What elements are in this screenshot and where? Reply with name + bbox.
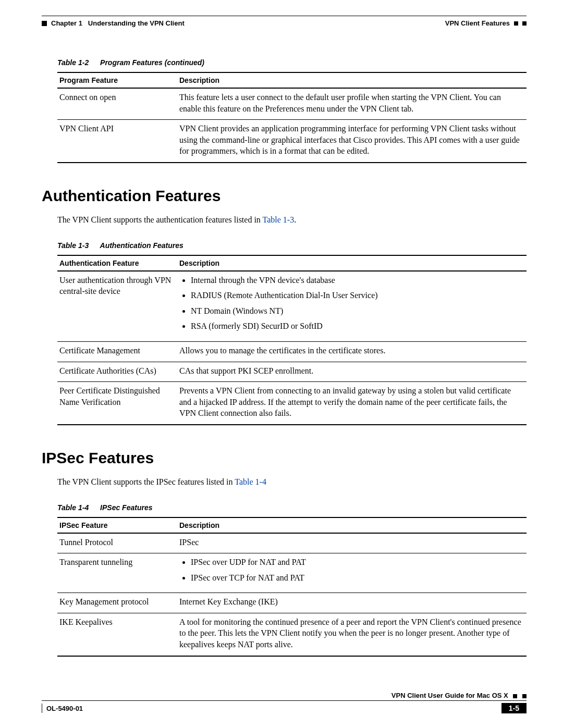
- desc-cell: Internal through the VPN device's databa…: [177, 271, 527, 342]
- xref-link[interactable]: Table 1-3: [263, 215, 295, 224]
- section-heading-auth: Authentication Features: [42, 187, 527, 205]
- feature-cell: Key Management protocol: [57, 593, 177, 613]
- section-heading-ipsec: IPSec Features: [42, 449, 527, 467]
- list-item: IPSec over UDP for NAT and PAT: [191, 557, 524, 568]
- doc-id: OL-5490-01: [46, 705, 83, 712]
- table-caption: Table 1-3 Authentication Features: [57, 241, 527, 250]
- table-row: IKE Keepalives A tool for monitoring the…: [57, 613, 527, 656]
- col-header: Description: [177, 517, 527, 533]
- table-caption: Table 1-4 IPSec Features: [57, 503, 527, 512]
- chapter-label: Chapter 1: [51, 19, 82, 27]
- col-header: Description: [177, 255, 527, 271]
- feature-cell: Tunnel Protocol: [57, 533, 177, 553]
- chapter-title: Understanding the VPN Client: [88, 19, 185, 27]
- table-row: Tunnel Protocol IPSec: [57, 533, 527, 553]
- section-intro: The VPN Client supports the IPSec featur…: [57, 476, 527, 488]
- feature-cell: Connect on open: [57, 88, 177, 120]
- table-caption: Table 1-2 Program Features (continued): [57, 58, 527, 67]
- table-row: Key Management protocol Internet Key Exc…: [57, 593, 527, 613]
- feature-cell: User authentication through VPN central-…: [57, 271, 177, 342]
- bullet-list: Internal through the VPN device's databa…: [179, 275, 524, 332]
- auth-features-table: Authentication Feature Description User …: [57, 255, 527, 425]
- feature-cell: Certificate Authorities (CAs): [57, 362, 177, 382]
- section-intro: The VPN Client supports the authenticati…: [57, 214, 527, 226]
- program-features-table: Program Feature Description Connect on o…: [57, 72, 527, 163]
- desc-cell: IPSec over UDP for NAT and PAT IPSec ove…: [177, 553, 527, 593]
- table-row: Certificate Management Allows you to man…: [57, 341, 527, 362]
- table-row: User authentication through VPN central-…: [57, 271, 527, 342]
- list-item: RSA (formerly SDI) SecurID or SoftID: [191, 320, 524, 332]
- header-marker-icon: [514, 21, 518, 26]
- feature-cell: IKE Keepalives: [57, 613, 177, 656]
- desc-cell: IPSec: [177, 533, 527, 553]
- feature-cell: VPN Client API: [57, 120, 177, 163]
- ipsec-features-table: IPSec Feature Description Tunnel Protoco…: [57, 517, 527, 657]
- page-header: Chapter 1 Understanding the VPN Client V…: [42, 19, 527, 27]
- footer-rule-icon: [42, 704, 42, 713]
- table-title: IPSec Features: [100, 503, 152, 512]
- bullet-list: IPSec over UDP for NAT and PAT IPSec ove…: [179, 557, 524, 583]
- col-header: IPSec Feature: [57, 517, 177, 533]
- desc-cell: A tool for monitoring the continued pres…: [177, 613, 527, 656]
- feature-cell: Peer Certificate Distinguished Name Veri…: [57, 382, 177, 425]
- table-title: Program Features (continued): [100, 58, 204, 67]
- list-item: NT Domain (Windows NT): [191, 305, 524, 317]
- table-row: Certificate Authorities (CAs) CAs that s…: [57, 362, 527, 382]
- page-number: 1-5: [501, 703, 527, 713]
- book-title: VPN Client User Guide for Mac OS X: [391, 692, 508, 699]
- page-footer: VPN Client User Guide for Mac OS X OL-54…: [42, 692, 527, 713]
- table-number: Table 1-2: [57, 58, 89, 67]
- table-number: Table 1-3: [57, 241, 89, 250]
- desc-cell: This feature lets a user connect to the …: [177, 88, 527, 120]
- table-title: Authentication Features: [100, 241, 183, 250]
- desc-cell: Internet Key Exchange (IKE): [177, 593, 527, 613]
- desc-cell: CAs that support PKI SCEP enrollment.: [177, 362, 527, 382]
- feature-cell: Certificate Management: [57, 341, 177, 362]
- list-item: IPSec over TCP for NAT and PAT: [191, 572, 524, 584]
- desc-cell: Allows you to manage the certificates in…: [177, 341, 527, 362]
- xref-link[interactable]: Table 1-4: [235, 477, 266, 486]
- header-section: VPN Client Features: [445, 19, 510, 27]
- table-row: Connect on open This feature lets a user…: [57, 88, 527, 120]
- desc-cell: Prevents a VPN Client from connecting to…: [177, 382, 527, 425]
- desc-cell: VPN Client provides an application progr…: [177, 120, 527, 163]
- feature-cell: Transparent tunneling: [57, 553, 177, 593]
- footer-marker-icon: [522, 694, 527, 698]
- header-marker-icon: [522, 21, 527, 26]
- col-header: Program Feature: [57, 72, 177, 88]
- list-item: RADIUS (Remote Authentication Dial-In Us…: [191, 290, 524, 301]
- list-item: Internal through the VPN device's databa…: [191, 275, 524, 286]
- col-header: Description: [177, 72, 527, 88]
- header-marker-icon: [42, 21, 47, 26]
- table-row: VPN Client API VPN Client provides an ap…: [57, 120, 527, 163]
- table-row: Transparent tunneling IPSec over UDP for…: [57, 553, 527, 593]
- footer-marker-icon: [513, 694, 517, 698]
- col-header: Authentication Feature: [57, 255, 177, 271]
- table-row: Peer Certificate Distinguished Name Veri…: [57, 382, 527, 425]
- table-number: Table 1-4: [57, 503, 89, 512]
